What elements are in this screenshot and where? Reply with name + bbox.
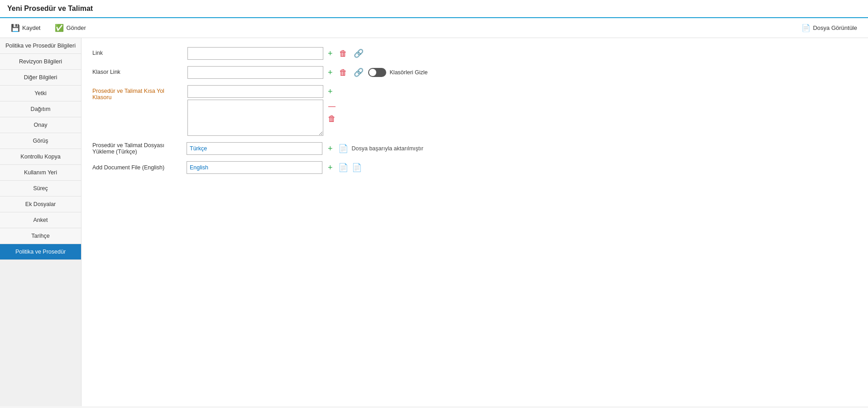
link-row: Link + 🗑 🔗 xyxy=(92,47,500,60)
sidebar-item-gorus[interactable]: Görüş xyxy=(0,133,81,149)
content-area: Link + 🗑 🔗 Klasor Link + 🗑 🔗 xyxy=(82,38,868,406)
save-button[interactable]: 💾 Kaydet xyxy=(7,22,44,34)
prosedur-klasor-textarea[interactable] xyxy=(187,100,323,136)
page-header: Yeni Prosedür ve Talimat xyxy=(0,0,868,18)
sidebar-item-anket[interactable]: Anket xyxy=(0,212,81,228)
send-label: Gönder xyxy=(66,24,86,31)
save-label: Kaydet xyxy=(22,24,40,31)
form-section: Link + 🗑 🔗 Klasor Link + 🗑 🔗 xyxy=(92,47,500,174)
link-add-button[interactable]: + xyxy=(326,48,335,59)
upload-turkce-label: Prosedür ve Talimat Dosyası Yükleme (Tür… xyxy=(92,142,183,155)
toolbar-right: 📄 Dosya Görüntüle xyxy=(798,22,861,34)
upload-turkce-display: Türkçe xyxy=(187,142,322,155)
sidebar-item-tarihce[interactable]: Tarihçe xyxy=(0,228,81,244)
upload-turkce-doc-icon: 📄 xyxy=(338,144,348,154)
klasor-link-row: Klasor Link + 🗑 🔗 Klasörleri Gizle xyxy=(92,66,500,79)
sidebar: Politika ve Prosedür Bilgileri Revizyon … xyxy=(0,38,82,406)
prosedur-klasor-wrapper: + — 🗑 xyxy=(187,85,338,136)
sidebar-item-onay[interactable]: Onay xyxy=(0,117,81,133)
toggle-slider xyxy=(368,68,386,77)
main-layout: Politika ve Prosedür Bilgileri Revizyon … xyxy=(0,38,868,406)
prosedur-klasor-row: Prosedür ve Talimat Kısa Yol Klasoru + —… xyxy=(92,85,500,136)
upload-english-doc-icon: 📄 xyxy=(338,163,348,173)
upload-english-add-button[interactable]: + xyxy=(326,162,335,173)
upload-english-label: Add Document File (English) xyxy=(92,164,183,171)
sidebar-item-kullanim-yeri[interactable]: Kullanım Yeri xyxy=(0,165,81,181)
send-icon: ✅ xyxy=(55,24,64,32)
link-chain-button[interactable]: 🔗 xyxy=(352,48,365,59)
link-delete-button[interactable]: 🗑 xyxy=(337,48,349,59)
sidebar-item-kontrollu-kopya[interactable]: Kontrollu Kopya xyxy=(0,149,81,165)
klasor-delete-button[interactable]: 🗑 xyxy=(337,67,349,78)
link-label: Link xyxy=(92,47,183,56)
toolbar: 💾 Kaydet ✅ Gönder 📄 Dosya Görüntüle xyxy=(0,18,868,38)
upload-turkce-add-button[interactable]: + xyxy=(326,143,335,154)
klasor-link-label: Klasor Link xyxy=(92,66,183,75)
upload-english-delete-icon[interactable]: 📄 xyxy=(352,163,362,173)
file-view-icon: 📄 xyxy=(801,24,810,32)
prosedur-klasor-add-button[interactable]: + xyxy=(326,86,335,97)
sidebar-item-surec[interactable]: Süreç xyxy=(0,181,81,197)
prosedur-klasor-top-input[interactable] xyxy=(187,85,323,98)
sidebar-item-diger-bilgileri[interactable]: Diğer Bilgileri xyxy=(0,70,81,86)
klasor-add-button[interactable]: + xyxy=(326,67,335,78)
link-input-wrapper: + 🗑 🔗 xyxy=(187,47,500,60)
sidebar-item-politika-ve-prosedur[interactable]: Politika ve Prosedür xyxy=(0,244,81,260)
dosya-basariyla-label: Dosya başarıyla aktarılmıştır xyxy=(352,145,423,152)
send-button[interactable]: ✅ Gönder xyxy=(51,22,89,34)
link-input[interactable] xyxy=(187,47,323,60)
sidebar-item-revizyon-bilgileri[interactable]: Revizyon Bilgileri xyxy=(0,54,81,70)
file-view-label: Dosya Görüntüle xyxy=(813,24,857,31)
klasorleri-gizle-toggle[interactable] xyxy=(368,68,386,77)
sidebar-item-politika-prosedur-bilgileri[interactable]: Politika ve Prosedür Bilgileri xyxy=(0,38,81,54)
upload-turkce-row: Prosedür ve Talimat Dosyası Yükleme (Tür… xyxy=(92,142,500,155)
klasor-link-input-wrapper: + 🗑 🔗 Klasörleri Gizle xyxy=(187,66,500,79)
prosedur-klasor-minus-button[interactable]: — xyxy=(326,101,338,111)
sidebar-item-ek-dosyalar[interactable]: Ek Dosyalar xyxy=(0,197,81,212)
klasor-link-input[interactable] xyxy=(187,66,323,79)
prosedur-klasor-trash-button[interactable]: 🗑 xyxy=(326,113,338,125)
upload-english-row: Add Document File (English) English + 📄 … xyxy=(92,161,500,174)
toolbar-left: 💾 Kaydet ✅ Gönder xyxy=(7,22,90,34)
page-title: Yeni Prosedür ve Talimat xyxy=(7,5,93,12)
file-view-button[interactable]: 📄 Dosya Görüntüle xyxy=(798,22,861,34)
upload-english-display: English xyxy=(187,161,322,174)
klasorleri-gizle-label: Klasörleri Gizle xyxy=(390,69,428,76)
toggle-wrapper: Klasörleri Gizle xyxy=(368,68,428,77)
klasor-chain-button[interactable]: 🔗 xyxy=(352,67,365,78)
prosedur-klasor-label: Prosedür ve Talimat Kısa Yol Klasoru xyxy=(92,85,183,101)
sidebar-item-dagitim[interactable]: Dağıtım xyxy=(0,101,81,117)
save-icon: 💾 xyxy=(11,24,20,32)
sidebar-item-yetki[interactable]: Yetki xyxy=(0,86,81,101)
